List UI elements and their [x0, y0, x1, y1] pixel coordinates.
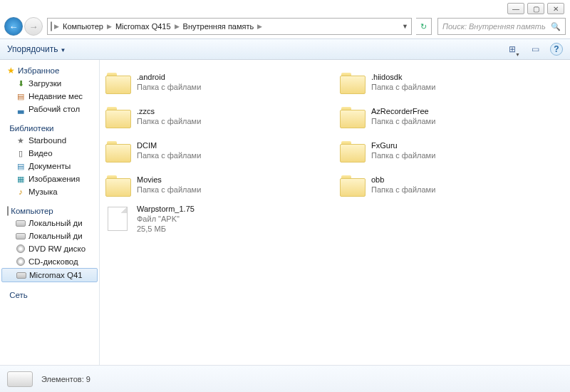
sidebar-item-label: Недавние мес [28, 92, 83, 100]
sidebar-item-video[interactable]: ▯Видео [0, 147, 99, 160]
sidebar-item-label: CD-дисковод [28, 257, 78, 266]
file-icon [105, 207, 131, 232]
file-item[interactable]: Warpstorm_1.75Файл "APK"25,5 МБ [104, 202, 331, 237]
search-placeholder: Поиск: Внутренняя память [442, 22, 546, 31]
breadcrumb-segment[interactable]: Micromax Q415 [114, 22, 172, 31]
star-icon: ★ [7, 66, 15, 76]
file-type: Папка с файлами [137, 83, 201, 93]
file-size: 25,5 МБ [137, 225, 195, 234]
window-controls: — ▢ ✕ [507, 3, 564, 14]
chevron-right-icon: ▶ [105, 23, 114, 30]
chevron-right-icon: ▶ [52, 23, 61, 30]
sidebar-item-local-disk[interactable]: Локальный ди [0, 217, 99, 229]
sidebar-label: Избранное [18, 66, 59, 75]
file-type: Папка с файлами [371, 185, 435, 195]
breadcrumb-segment[interactable]: Компьютер [61, 22, 105, 31]
breadcrumb-segment[interactable]: Внутренняя память [182, 22, 256, 31]
sidebar-item-label: Starbound [28, 136, 66, 145]
file-type: Папка с файлами [137, 117, 201, 127]
folder-item[interactable]: obbПапка с файлами [338, 168, 566, 202]
help-icon: ? [554, 44, 559, 54]
search-input[interactable]: Поиск: Внутренняя память 🔍 [437, 18, 566, 35]
sidebar-item-starbound[interactable]: ★Starbound [0, 134, 99, 147]
refresh-button[interactable]: ↻ [416, 18, 432, 35]
file-name: .hiidosdk [371, 73, 435, 83]
sidebar-item-pictures[interactable]: ▦Изображения [0, 172, 99, 185]
music-icon: ♪ [16, 187, 26, 197]
star-icon: ★ [16, 135, 26, 145]
toolbar: Упорядочить▼ ⊞ ▼ ▭ ? [0, 38, 570, 60]
sidebar-item-label: Видео [28, 149, 53, 158]
preview-pane-button[interactable]: ▭ [527, 42, 543, 56]
sidebar-item-desktop[interactable]: ▃Рабочий стол [0, 103, 99, 115]
file-type: Папка с файлами [137, 185, 201, 195]
file-type: Папка с файлами [371, 151, 435, 161]
device-icon [16, 270, 26, 280]
navigation-pane: ★ Избранное ⬇Загрузки ▤Недавние мес ▃Раб… [0, 60, 100, 365]
folder-icon [340, 138, 366, 164]
sidebar-item-recent[interactable]: ▤Недавние мес [0, 90, 99, 103]
drive-icon [16, 231, 26, 241]
sidebar-item-micromax[interactable]: Micromax Q41 [1, 268, 98, 282]
file-name: DCIM [137, 141, 201, 151]
sidebar-group-computer: Компьютер Локальный ди Локальный ди DVD … [0, 205, 99, 282]
documents-icon: ▤ [16, 161, 26, 171]
file-name: obb [371, 175, 435, 185]
forward-button[interactable]: → [24, 17, 43, 36]
sidebar-item-label: Загрузки [28, 79, 61, 88]
drive-icon [7, 371, 33, 387]
folder-item[interactable]: AzRecorderFreeПапка с файлами [338, 100, 566, 134]
chevron-right-icon: ▶ [172, 23, 182, 30]
folder-icon [340, 104, 366, 130]
file-type: Папка с файлами [137, 151, 201, 161]
folder-icon [105, 172, 131, 198]
status-count-value: 9 [86, 375, 90, 383]
sidebar-item-label: DVD RW диско [28, 244, 86, 253]
computer-icon [7, 207, 9, 215]
sidebar-head-computer[interactable]: Компьютер [0, 205, 99, 217]
sidebar-group-favorites: ★ Избранное ⬇Загрузки ▤Недавние мес ▃Раб… [0, 64, 99, 115]
maximize-button[interactable]: ▢ [527, 3, 544, 14]
folder-icon [105, 138, 131, 164]
sidebar-head-favorites[interactable]: ★ Избранное [0, 64, 99, 77]
address-bar[interactable]: ▶ Компьютер ▶ Micromax Q415 ▶ Внутренняя… [47, 18, 412, 35]
file-type: Папка с файлами [371, 83, 435, 93]
desktop-icon: ▃ [16, 104, 26, 114]
sidebar-item-documents[interactable]: ▤Документы [0, 160, 99, 172]
sidebar-label: Библиотеки [9, 124, 53, 133]
sidebar-item-label: Локальный ди [28, 219, 83, 227]
close-button[interactable]: ✕ [547, 3, 564, 14]
sidebar-item-local-disk[interactable]: Локальный ди [0, 229, 99, 242]
main-area: ★ Избранное ⬇Загрузки ▤Недавние мес ▃Раб… [0, 60, 570, 365]
views-button[interactable]: ⊞ ▼ [504, 42, 520, 56]
file-name: .android [137, 73, 201, 83]
back-button[interactable]: ← [4, 17, 23, 36]
help-button[interactable]: ? [550, 43, 563, 56]
folder-item[interactable]: DCIMПапка с файлами [104, 134, 331, 168]
folder-item[interactable]: .hiidosdkПапка с файлами [338, 66, 566, 100]
file-type: Папка с файлами [371, 117, 435, 127]
chevron-down-icon[interactable]: ▼ [402, 23, 408, 30]
folder-item[interactable]: FxGuruПапка с файлами [338, 134, 566, 168]
sidebar-head-network[interactable]: Сеть [0, 289, 99, 301]
folder-icon [105, 70, 131, 96]
folder-item[interactable]: MoviesПапка с файлами [104, 168, 331, 202]
chevron-down-icon: ▼ [60, 47, 66, 53]
chevron-right-icon: ▶ [255, 23, 264, 30]
sidebar-item-cd-drive[interactable]: CD-дисковод [0, 255, 99, 268]
preview-icon: ▭ [532, 44, 539, 54]
sidebar-item-downloads[interactable]: ⬇Загрузки [0, 77, 99, 90]
chevron-down-icon: ▼ [515, 52, 520, 57]
folder-item[interactable]: .androidПапка с файлами [104, 66, 331, 100]
sidebar-head-libraries[interactable]: Библиотеки [0, 123, 99, 134]
folder-item[interactable]: .zzcsПапка с файлами [104, 100, 331, 134]
download-icon: ⬇ [16, 78, 26, 88]
folder-icon [340, 70, 366, 96]
sidebar-item-dvd-rw[interactable]: DVD RW диско [0, 242, 99, 255]
folder-icon [105, 104, 131, 130]
status-bar: Элементов: 9 [0, 365, 570, 392]
file-list[interactable]: .androidПапка с файлами.hiidosdkПапка с … [100, 60, 570, 365]
sidebar-item-music[interactable]: ♪Музыка [0, 185, 99, 198]
minimize-button[interactable]: — [507, 3, 524, 14]
organize-menu[interactable]: Упорядочить▼ [7, 44, 66, 54]
